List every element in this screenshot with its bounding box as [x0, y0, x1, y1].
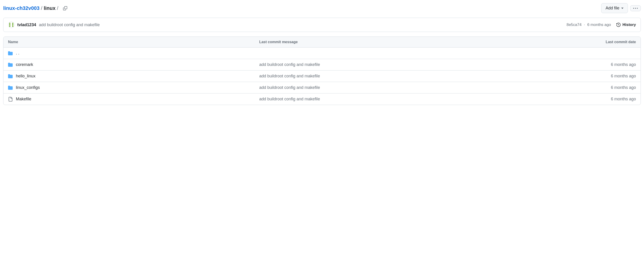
parent-dir-label[interactable]: . . — [16, 51, 19, 56]
history-icon — [616, 23, 620, 27]
latest-commit-box: tvlad1234 add buildroot config and makef… — [3, 18, 641, 32]
file-name[interactable]: Makefile — [16, 97, 31, 102]
more-options-button[interactable] — [630, 5, 641, 11]
row-commit-date: 6 months ago — [510, 62, 636, 67]
breadcrumb-current: linux — [44, 5, 56, 11]
chevron-down-icon — [621, 7, 624, 9]
breadcrumb-repo-link[interactable]: linux-ch32v003 — [3, 5, 40, 11]
row-commit-date: 6 months ago — [510, 74, 636, 79]
file-name[interactable]: coremark — [16, 62, 33, 67]
folder-icon — [8, 51, 13, 56]
table-row: Makefile add buildroot config and makefi… — [4, 93, 640, 105]
file-name[interactable]: hello_linux — [16, 74, 36, 79]
file-table: Name Last commit message Last commit dat… — [3, 36, 641, 105]
identicon-icon — [9, 23, 13, 27]
file-table-header: Name Last commit message Last commit dat… — [4, 37, 640, 48]
header-actions: Add file — [601, 3, 641, 13]
commit-time: 6 months ago — [587, 22, 611, 27]
table-row: linux_configs add buildroot config and m… — [4, 82, 640, 93]
row-commit-msg[interactable]: add buildroot config and makefile — [259, 62, 510, 67]
folder-icon — [8, 85, 13, 90]
table-row: hello_linux add buildroot config and mak… — [4, 70, 640, 82]
col-header-date: Last commit date — [510, 40, 636, 44]
commit-author[interactable]: tvlad1234 — [17, 22, 36, 27]
col-header-name: Name — [8, 40, 259, 44]
col-header-msg: Last commit message — [259, 40, 510, 44]
separator-dot: · — [584, 22, 585, 27]
commit-left: tvlad1234 add buildroot config and makef… — [8, 22, 100, 28]
row-commit-msg[interactable]: add buildroot config and makefile — [259, 85, 510, 90]
folder-icon — [8, 74, 13, 79]
file-name[interactable]: linux_configs — [16, 85, 40, 90]
row-commit-msg[interactable]: add buildroot config and makefile — [259, 97, 510, 102]
row-commit-date: 6 months ago — [510, 97, 636, 102]
header-row: linux-ch32v003 / linux / Add file — [3, 3, 641, 13]
copy-icon — [63, 6, 67, 10]
commit-message[interactable]: add buildroot config and makefile — [39, 22, 100, 27]
parent-dir-row[interactable]: . . — [4, 48, 640, 59]
breadcrumb: linux-ch32v003 / linux / — [3, 5, 68, 11]
file-table-body: . . coremark add buildroot config and ma… — [4, 48, 640, 105]
commit-sha[interactable]: 8e5ca74 — [566, 22, 582, 27]
commit-right: 8e5ca74 · 6 months ago History — [566, 22, 636, 27]
avatar[interactable] — [8, 22, 14, 28]
breadcrumb-separator: / — [41, 5, 42, 11]
history-link[interactable]: History — [616, 22, 636, 27]
add-file-label: Add file — [606, 6, 619, 10]
folder-icon — [8, 62, 13, 67]
copy-path-button[interactable] — [62, 5, 68, 11]
row-commit-msg[interactable]: add buildroot config and makefile — [259, 74, 510, 79]
table-row: coremark add buildroot config and makefi… — [4, 59, 640, 70]
row-commit-date: 6 months ago — [510, 85, 636, 90]
kebab-icon — [633, 8, 638, 9]
breadcrumb-trailing-separator: / — [57, 5, 58, 11]
history-label: History — [622, 22, 636, 27]
file-icon — [8, 97, 13, 102]
add-file-button[interactable]: Add file — [601, 3, 628, 13]
